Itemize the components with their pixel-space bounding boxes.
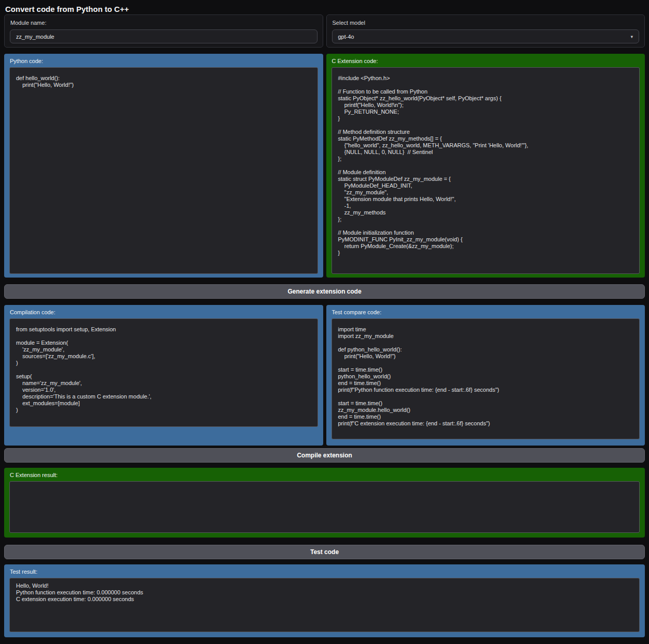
c-extension-result-label: C Extension result:: [10, 472, 640, 478]
test-compare-code-textarea[interactable]: import time import zz_my_module def pyth…: [331, 318, 640, 439]
test-compare-code-panel: Test compare code: import time import zz…: [326, 305, 645, 446]
code-row: Python code: def hello_world(): print("H…: [4, 54, 645, 278]
module-name-input[interactable]: [10, 29, 318, 43]
model-dropdown-value: gpt-4o: [338, 34, 354, 40]
generate-extension-code-button[interactable]: Generate extension code: [4, 284, 645, 299]
module-name-group: Module name:: [4, 14, 323, 48]
compilation-code-textarea[interactable]: from setuptools import setup, Extension …: [9, 318, 318, 427]
test-result-textarea[interactable]: Hello, World! Python function execution …: [9, 578, 640, 632]
compile-extension-button[interactable]: Compile extension: [4, 448, 645, 463]
python-code-panel: Python code: def hello_world(): print("H…: [4, 54, 323, 278]
compilation-code-panel: Compilation code: from setuptools import…: [4, 305, 323, 446]
compilation-code-label: Compilation code:: [10, 309, 318, 315]
c-extension-code-label: C Extension code:: [332, 58, 640, 64]
c-extension-result-textarea[interactable]: [9, 481, 640, 533]
test-code-button[interactable]: Test code: [4, 545, 645, 559]
controls-row: Module name: Select model gpt-4o ▾: [4, 14, 645, 48]
test-result-panel: Test result: Hello, World! Python functi…: [4, 564, 645, 637]
c-extension-result-panel: C Extension result:: [4, 468, 645, 538]
page-title: Convert code from Python to C++: [4, 0, 645, 14]
c-extension-code-textarea[interactable]: #include <Python.h> // Function to be ca…: [331, 67, 640, 274]
test-result-label: Test result:: [10, 569, 640, 575]
compile-test-row: Compilation code: from setuptools import…: [4, 305, 645, 446]
python-code-label: Python code:: [10, 58, 318, 64]
model-group: Select model gpt-4o ▾: [326, 14, 645, 48]
chevron-down-icon: ▾: [630, 34, 633, 39]
c-extension-code-panel: C Extension code: #include <Python.h> //…: [326, 54, 645, 278]
model-label: Select model: [333, 20, 640, 26]
python-code-textarea[interactable]: def hello_world(): print("Hello, World!"…: [9, 67, 318, 274]
test-compare-code-label: Test compare code:: [332, 309, 640, 315]
model-dropdown[interactable]: gpt-4o ▾: [332, 29, 640, 43]
module-name-label: Module name:: [10, 20, 318, 26]
